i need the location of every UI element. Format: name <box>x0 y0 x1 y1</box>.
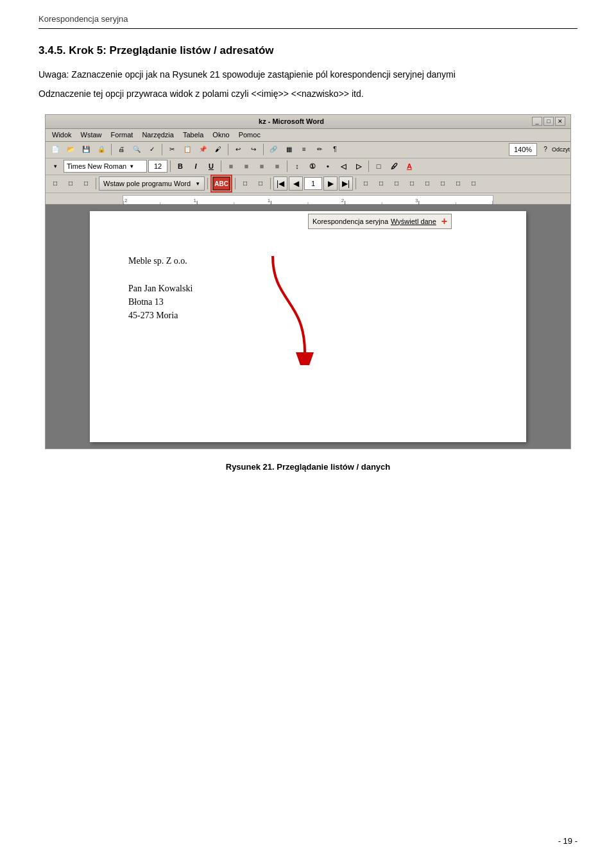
doc-area: Korespondencja seryjna Wyświetl dane + <box>46 205 570 449</box>
word-title: kz - Microsoft Word <box>51 117 532 125</box>
sep10 <box>207 178 208 189</box>
sep3 <box>228 144 228 155</box>
svg-text:2: 2 <box>124 198 128 203</box>
section-number: 3.4.5. <box>38 44 66 56</box>
align-justify-btn[interactable]: ≡ <box>270 159 284 173</box>
highlight-btn[interactable]: 🖊 <box>387 159 401 173</box>
merge-toolbar-popup: Korespondencja seryjna Wyświetl dane + <box>308 214 452 229</box>
underline-btn[interactable]: U <box>204 159 218 173</box>
mm-btn2[interactable]: □ <box>64 176 78 191</box>
zoom-box[interactable]: 140% <box>509 143 537 156</box>
font-color-btn[interactable]: A <box>402 159 416 173</box>
red-arrow <box>253 250 330 368</box>
italic-btn[interactable]: I <box>189 159 203 173</box>
numbering-btn[interactable]: ① <box>305 159 320 173</box>
print-btn[interactable]: 🖨 <box>114 142 128 157</box>
menu-pomoc[interactable]: Pomoc <box>235 130 264 139</box>
menu-narzedzia[interactable]: Narzędzia <box>138 130 178 139</box>
align-right-btn[interactable]: ≡ <box>255 159 269 173</box>
menu-okno[interactable]: Okno <box>209 130 233 139</box>
insert-field-arrow: ▼ <box>195 181 200 187</box>
align-center-btn[interactable]: ≡ <box>239 159 253 173</box>
print-preview-btn[interactable]: 🔍 <box>130 142 144 157</box>
mm-btn4[interactable]: □ <box>238 176 252 191</box>
mm-btn12[interactable]: □ <box>451 176 465 191</box>
open-btn[interactable]: 📂 <box>64 142 78 157</box>
drawing-btn[interactable]: ✏ <box>312 142 327 157</box>
para-marks-btn[interactable]: ¶ <box>328 142 342 157</box>
permission-btn[interactable]: 🔒 <box>94 142 108 157</box>
minimize-btn[interactable]: _ <box>532 117 542 126</box>
mm-btn10[interactable]: □ <box>420 176 434 191</box>
decrease-indent-btn[interactable]: ◁ <box>336 159 350 173</box>
window-controls: _ □ ✕ <box>532 117 565 126</box>
maximize-btn[interactable]: □ <box>543 117 554 126</box>
mm-btn3[interactable]: □ <box>79 176 93 191</box>
record-number: 1 <box>311 180 315 187</box>
undo-btn[interactable]: ↩ <box>231 142 245 157</box>
figure-caption: Rysunek 21. Przeglądanie listów / danych <box>38 462 578 472</box>
table-btn[interactable]: ▦ <box>282 142 296 157</box>
close-btn[interactable]: ✕ <box>555 117 565 126</box>
font-name-arrow: ▼ <box>129 164 134 169</box>
copy-btn[interactable]: 📋 <box>180 142 194 157</box>
font-size-box[interactable]: 12 <box>148 160 167 173</box>
mm-btn6[interactable]: □ <box>359 176 373 191</box>
style-dropdown-btn[interactable]: ▾ <box>48 159 62 173</box>
menu-format[interactable]: Format <box>107 130 137 139</box>
sep12 <box>270 178 271 189</box>
paste-btn[interactable]: 📌 <box>196 142 210 157</box>
svg-text:1: 1 <box>268 198 271 203</box>
reader-btn[interactable]: Odczyt <box>554 142 568 157</box>
sep2 <box>162 144 162 155</box>
bullets-btn[interactable]: • <box>321 159 335 173</box>
mm-btn8[interactable]: □ <box>389 176 404 191</box>
popup-link[interactable]: Wyświetl dane <box>391 218 436 225</box>
record-num-box[interactable]: 1 <box>304 177 322 190</box>
abc-btn[interactable]: ABC <box>212 176 230 191</box>
align-left-btn[interactable]: ≡ <box>224 159 238 173</box>
cut-btn[interactable]: ✂ <box>165 142 179 157</box>
menu-tabela[interactable]: Tabela <box>179 130 207 139</box>
line-spacing-btn[interactable]: ↕ <box>290 159 304 173</box>
increase-indent-btn[interactable]: ▷ <box>352 159 366 173</box>
mm-btn5[interactable]: □ <box>253 176 268 191</box>
spell-btn[interactable]: ✓ <box>145 142 159 157</box>
sep6 <box>221 160 221 172</box>
insert-hyperlink-btn[interactable]: 🔗 <box>266 142 280 157</box>
mm-btn1[interactable]: □ <box>48 176 62 191</box>
svg-text:2: 2 <box>341 198 345 203</box>
bold-btn[interactable]: B <box>173 159 187 173</box>
next-record-btn[interactable]: ▶ <box>323 176 338 191</box>
last-record-btn[interactable]: ▶| <box>339 176 353 191</box>
insert-field-btn[interactable]: Wstaw pole programu Word ▼ <box>99 176 205 191</box>
ruler-marks: 2 1 1 2 3 <box>123 196 493 204</box>
redo-btn[interactable]: ↪ <box>246 142 261 157</box>
mm-btn13[interactable]: □ <box>466 176 481 191</box>
popup-label: Korespondencja seryjna <box>312 218 388 225</box>
menu-widok[interactable]: Widok <box>48 130 76 139</box>
section-heading: Krok 5: Przeglądanie listów / adresatów <box>69 44 273 56</box>
plus-sign: + <box>441 216 447 227</box>
font-name-box[interactable]: Times New Roman ▼ <box>64 160 147 173</box>
columns-btn[interactable]: ≡ <box>297 142 311 157</box>
sep11 <box>235 178 235 189</box>
border-btn[interactable]: □ <box>372 159 386 173</box>
format-painter-btn[interactable]: 🖌 <box>211 142 225 157</box>
mm-btn11[interactable]: □ <box>436 176 450 191</box>
prev-record-btn[interactable]: ◀ <box>289 176 303 191</box>
first-record-btn[interactable]: |◀ <box>273 176 287 191</box>
ruler: 2 1 1 2 3 <box>46 193 570 205</box>
mm-btn9[interactable]: □ <box>405 176 419 191</box>
abc-highlight-box: ABC <box>210 175 232 193</box>
page-header: Korespondencja seryjna <box>38 13 578 29</box>
new-doc-btn[interactable]: 📄 <box>48 142 62 157</box>
zoom-help-btn[interactable]: ? <box>538 142 552 157</box>
word-menubar: Widok Wstaw Format Narzędzia Tabela Okno… <box>46 129 570 142</box>
mm-btn7[interactable]: □ <box>374 176 388 191</box>
mailmerge-toolbar: □ □ □ Wstaw pole programu Word ▼ ABC □ □… <box>46 175 570 193</box>
font-size-text: 12 <box>154 162 162 170</box>
doc-page: Korespondencja seryjna Wyświetl dane + <box>90 211 526 442</box>
save-btn[interactable]: 💾 <box>79 142 93 157</box>
menu-wstaw[interactable]: Wstaw <box>77 130 106 139</box>
